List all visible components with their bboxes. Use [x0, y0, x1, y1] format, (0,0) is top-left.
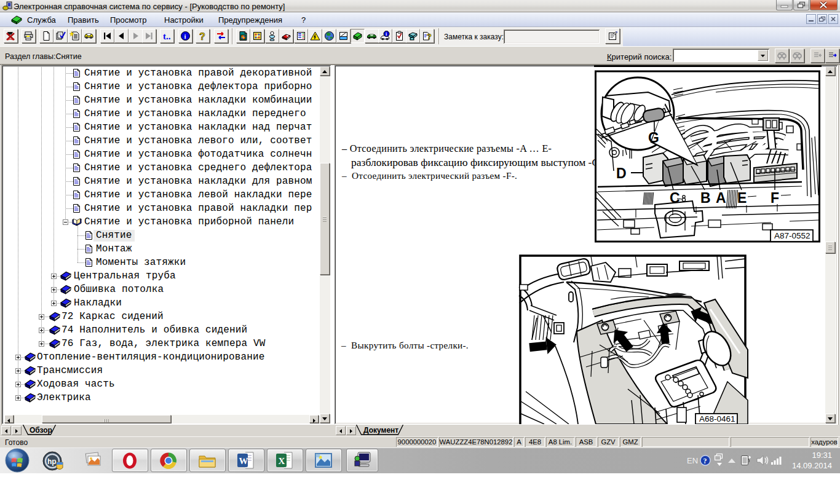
svg-text:t..: t..	[163, 31, 171, 41]
svg-text:?: ?	[199, 31, 205, 42]
svg-text:F: F	[771, 190, 779, 206]
svg-text:A: A	[716, 190, 726, 206]
svg-text:X: X	[279, 456, 285, 466]
svg-text:D: D	[616, 165, 627, 181]
svg-text:?: ?	[703, 457, 707, 465]
svg-text:A87-0552: A87-0552	[774, 231, 810, 240]
svg-text:Обзор: Обзор	[30, 426, 52, 435]
svg-text:hp: hp	[47, 457, 57, 466]
svg-text:W: W	[239, 456, 248, 466]
svg-text:E: E	[737, 190, 747, 206]
svg-text:B: B	[700, 190, 711, 206]
svg-text:?: ?	[427, 32, 432, 41]
svg-text:A68-0461: A68-0461	[699, 414, 735, 423]
svg-text:G: G	[648, 130, 659, 146]
svg-text:i: i	[184, 33, 186, 40]
svg-text:Документ: Документ	[363, 426, 398, 435]
